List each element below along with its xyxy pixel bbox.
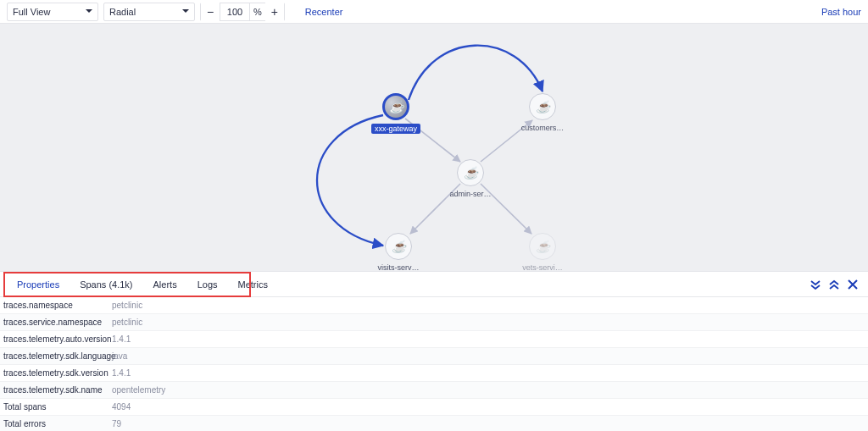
- prop-val: petclinic: [112, 314, 142, 330]
- table-row: traces.telemetry.sdk.version 1.4.1: [0, 365, 868, 382]
- close-icon[interactable]: [848, 279, 858, 290]
- recenter-button[interactable]: Recenter: [297, 3, 352, 21]
- zoom-unit: %: [250, 7, 265, 17]
- detail-panel: Properties Spans (4.1k) Alerts Logs Metr…: [0, 271, 868, 431]
- graph-node-gateway[interactable]: ☕ xxx-gateway: [370, 93, 421, 134]
- prop-val: petclinic: [112, 297, 142, 313]
- table-row: traces.namespace petclinic: [0, 297, 868, 314]
- toolbar: Full View Radial − 100 % + Recenter Past…: [0, 0, 868, 24]
- graph-node-customers[interactable]: ☕ customers…: [517, 93, 568, 132]
- zoom-value[interactable]: 100: [220, 3, 250, 21]
- prop-val: 4094: [112, 399, 131, 415]
- tab-properties[interactable]: Properties: [7, 272, 70, 297]
- tab-spans[interactable]: Spans (4.1k): [70, 272, 142, 297]
- table-row: traces.telemetry.sdk.language java: [0, 348, 868, 365]
- graph-edges: [0, 24, 868, 271]
- properties-table: traces.namespace petclinic traces.servic…: [0, 297, 868, 431]
- java-icon: ☕: [457, 159, 484, 186]
- graph-node-vets[interactable]: ☕ vets-servi…: [517, 233, 568, 272]
- graph-node-label: customers…: [521, 124, 565, 132]
- java-icon: ☕: [529, 93, 556, 120]
- java-icon: ☕: [529, 233, 556, 260]
- java-icon: ☕: [382, 93, 409, 120]
- prop-key: Total spans: [3, 399, 112, 415]
- zoom-in-button[interactable]: +: [265, 3, 284, 21]
- prop-val: 79: [112, 416, 121, 431]
- table-row: traces.service.namespace petclinic: [0, 314, 868, 331]
- chevron-down-icon: [86, 9, 92, 16]
- prop-key: traces.namespace: [3, 297, 112, 313]
- graph-node-label: xxx-gateway: [371, 124, 420, 134]
- prop-key: traces.telemetry.sdk.version: [3, 365, 112, 381]
- tab-logs[interactable]: Logs: [187, 272, 228, 297]
- table-row: traces.telemetry.sdk.name opentelemetry: [0, 382, 868, 399]
- layout-mode-dropdown[interactable]: Radial: [103, 3, 195, 21]
- prop-key: traces.service.namespace: [3, 314, 112, 330]
- prop-val: 1.4.1: [112, 331, 131, 347]
- java-icon: ☕: [385, 233, 412, 260]
- prop-val: 1.4.1: [112, 365, 131, 381]
- zoom-group: − 100 % +: [200, 3, 285, 21]
- prop-key: traces.telemetry.sdk.name: [3, 382, 112, 398]
- tab-metrics[interactable]: Metrics: [228, 272, 278, 297]
- view-mode-dropdown[interactable]: Full View: [7, 3, 98, 21]
- view-mode-label: Full View: [13, 7, 50, 17]
- graph-node-label: admin-ser…: [449, 190, 491, 198]
- layout-mode-label: Radial: [109, 7, 136, 17]
- table-row: Total errors 79: [0, 416, 868, 431]
- expand-down-icon[interactable]: [810, 279, 821, 290]
- prop-key: traces.telemetry.auto.version: [3, 331, 112, 347]
- prop-val: opentelemetry: [112, 382, 165, 398]
- chevron-down-icon: [182, 9, 189, 16]
- tab-alerts[interactable]: Alerts: [143, 272, 187, 297]
- time-range-picker[interactable]: Past hour: [821, 7, 861, 17]
- detail-tabbar: Properties Spans (4.1k) Alerts Logs Metr…: [0, 272, 868, 297]
- prop-key: Total errors: [3, 416, 112, 431]
- detail-actions: [810, 279, 861, 290]
- graph-node-visits[interactable]: ☕ visits-serv…: [373, 233, 424, 272]
- table-row: Total spans 4094: [0, 399, 868, 416]
- graph-node-admin[interactable]: ☕ admin-ser…: [445, 159, 496, 198]
- prop-key: traces.telemetry.sdk.language: [3, 348, 112, 364]
- table-row: traces.telemetry.auto.version 1.4.1: [0, 331, 868, 348]
- graph-canvas[interactable]: ☕ xxx-gateway ☕ customers… ☕ admin-ser… …: [0, 24, 868, 271]
- prop-val: java: [112, 348, 127, 364]
- zoom-out-button[interactable]: −: [201, 3, 220, 21]
- collapse-up-icon[interactable]: [829, 279, 839, 290]
- time-range-label: Past hour: [821, 7, 861, 17]
